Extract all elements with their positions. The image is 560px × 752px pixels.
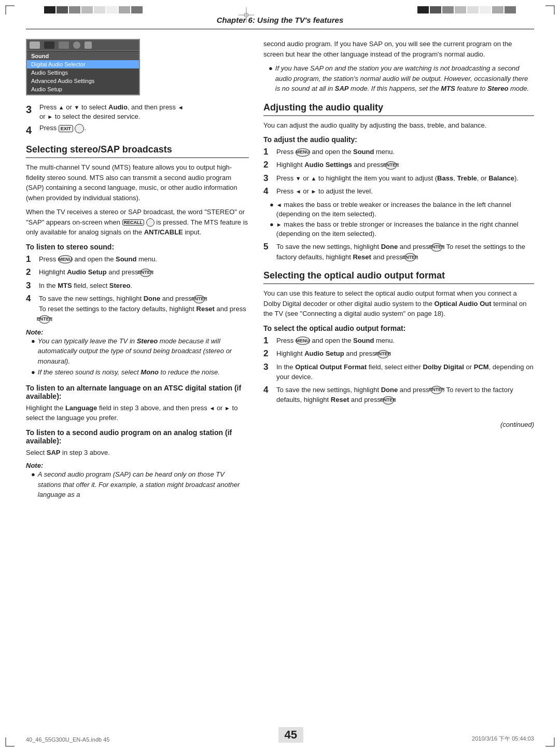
sap-continued-text: second audio program. If you have SAP on… bbox=[263, 39, 534, 59]
optical-step-4-content: To save the new settings, highlight Done… bbox=[276, 385, 534, 405]
tv-menu-item-0: Digital Audio Selector bbox=[27, 60, 139, 68]
adjust-step-4-num: 4 bbox=[263, 186, 274, 197]
adjust-step-3: 3 Press or to highlight the item you wan… bbox=[263, 173, 534, 184]
arrow-up-2-icon bbox=[311, 174, 317, 182]
listen-stereo-steps: 1 Press MENU and open the Sound menu. 2 … bbox=[26, 254, 249, 324]
listen-step-2-num: 2 bbox=[26, 267, 36, 277]
recall-key-icon: RECALL bbox=[122, 219, 145, 226]
adjust-audio-intro: You can adjust the audio quality by adju… bbox=[263, 120, 534, 131]
enter-icon-1: ENTER bbox=[140, 269, 151, 277]
left-column: Sound Digital Audio Selector Audio Setti… bbox=[26, 39, 249, 501]
optical-step-1-content: Press MENU and open the Sound menu. bbox=[276, 336, 534, 346]
adjust-sub-text-1: makes the bass or treble weaker or incre… bbox=[276, 200, 534, 219]
optical-audio-steps: 1 Press MENU and open the Sound menu. 2 … bbox=[263, 336, 534, 405]
arrow-down-icon bbox=[74, 103, 80, 111]
arrow-right-4-icon bbox=[276, 220, 282, 228]
corner-mark-tl bbox=[5, 5, 15, 15]
adjust-step-2: 2 Highlight Audio Settings and press ENT… bbox=[263, 160, 534, 170]
optical-step-1: 1 Press MENU and open the Sound menu. bbox=[263, 336, 534, 346]
bullet-3: ● bbox=[31, 469, 35, 480]
enter-icon-6: ENTER bbox=[404, 253, 416, 261]
tv-icon-2 bbox=[44, 41, 54, 49]
adjust-step-1: 1 Press MENU and open the Sound menu. bbox=[263, 147, 534, 157]
adjust-step-2-content: Highlight Audio Settings and press ENTER… bbox=[276, 160, 534, 170]
adjust-step-1-content: Press MENU and open the Sound menu. bbox=[276, 147, 534, 157]
note-1-text-1: You can typically leave the TV in Stereo… bbox=[38, 336, 249, 367]
optical-step-2: 2 Highlight Audio Setup and press ENTER. bbox=[263, 349, 534, 359]
continued-text: (continued) bbox=[263, 421, 534, 428]
arrow-down-2-icon bbox=[296, 174, 301, 182]
listen-step-3-num: 3 bbox=[26, 281, 36, 291]
enter-icon-3: ENTER bbox=[39, 315, 50, 324]
alternate-lang-heading: To listen to an alternate language on an… bbox=[26, 384, 249, 400]
footer: 40_46_55G300U_EN-A5.indb 45 45 2010/3/16… bbox=[0, 727, 560, 743]
menu-icon-2: MENU bbox=[296, 148, 310, 157]
arrow-right-3-icon bbox=[311, 187, 317, 195]
stereo-sap-title: Selecting stereo/SAP broadcasts bbox=[26, 144, 249, 158]
listen-step-1: 1 Press MENU and open the Sound menu. bbox=[26, 254, 249, 264]
adjust-step-3-num: 3 bbox=[263, 173, 274, 184]
tv-menu-item-1: Audio Settings bbox=[27, 68, 139, 77]
crosshair-center bbox=[239, 7, 254, 24]
enter-icon-5: ENTER bbox=[431, 243, 442, 252]
stereo-sap-intro: The multi-channel TV sound (MTS) feature… bbox=[26, 162, 249, 203]
menu-icon: MENU bbox=[58, 255, 73, 263]
sap-note-2: ● If you have SAP on and the station you… bbox=[263, 63, 534, 94]
adjust-step-5: 5 To save the new settings, highlight Do… bbox=[263, 242, 534, 262]
adjust-step-5-num: 5 bbox=[263, 242, 274, 252]
arrow-up-icon bbox=[59, 103, 64, 111]
tv-icon-4 bbox=[73, 41, 80, 49]
adjust-audio-heading: To adjust the audio quality: bbox=[263, 135, 534, 144]
arrow-left-2-icon bbox=[209, 404, 215, 412]
tv-menu-category: Sound bbox=[27, 52, 139, 60]
step-3: 3 Press or to select Audio, and then pre… bbox=[26, 103, 249, 121]
stereo-sap-note: When the TV receives a stereo or SAP bro… bbox=[26, 207, 249, 238]
tv-icon-5 bbox=[85, 41, 92, 49]
note-2-item-1: ● A second audio program (SAP) can be he… bbox=[26, 469, 249, 500]
enter-icon-9: ENTER bbox=[383, 396, 394, 405]
enter-icon-7: ENTER bbox=[377, 350, 389, 358]
exit-circle-icon bbox=[75, 124, 84, 133]
tv-menu-screenshot: Sound Digital Audio Selector Audio Setti… bbox=[26, 39, 140, 95]
page-number: 45 bbox=[278, 727, 303, 743]
second-audio-text: Select SAP in step 3 above. bbox=[26, 448, 249, 458]
adjust-step-5-content: To save the new settings, highlight Done… bbox=[276, 242, 534, 262]
tv-menu-topbar bbox=[27, 40, 139, 51]
step-4-content: Press EXIT . bbox=[39, 123, 249, 133]
listen-step-3: 3 In the MTS field, select Stereo. bbox=[26, 281, 249, 291]
reg-marks-left bbox=[44, 6, 143, 13]
adjust-step-1-num: 1 bbox=[263, 147, 274, 157]
exit-key-icon: EXIT bbox=[59, 125, 73, 133]
adjust-audio-title: Adjusting the audio quality bbox=[263, 102, 534, 116]
adjust-sub-text-2: makes the bass or treble stronger or inc… bbox=[276, 220, 534, 239]
adjust-step-3-content: Press or to highlight the item you want … bbox=[276, 173, 534, 184]
listen-step-4-content: To save the new settings, highlight Done… bbox=[39, 294, 249, 324]
enter-icon-4: ENTER bbox=[385, 161, 397, 170]
second-audio-heading: To listen to a second audio program on a… bbox=[26, 428, 249, 445]
page: Chapter 6: Using the TV's features Sound… bbox=[0, 0, 560, 752]
arrow-left-icon bbox=[178, 103, 184, 111]
optical-step-3-content: In the Optical Output Format field, sele… bbox=[276, 362, 534, 382]
note-1-title: Note: bbox=[26, 328, 249, 336]
listen-step-2-content: Highlight Audio Setup and press ENTER. bbox=[39, 267, 249, 277]
menu-icon-3: MENU bbox=[296, 337, 310, 345]
tv-menu-items: Sound Digital Audio Selector Audio Setti… bbox=[27, 51, 139, 94]
page-number-block: 45 bbox=[278, 727, 303, 743]
listen-step-3-content: In the MTS field, select Stereo. bbox=[39, 281, 249, 291]
alternate-lang-text: Highlight the Language field in step 3 a… bbox=[26, 403, 249, 423]
optical-audio-title: Selecting the optical audio output forma… bbox=[263, 270, 534, 284]
optical-step-1-num: 1 bbox=[263, 336, 274, 346]
note-2-text-1: A second audio program (SAP) can be hear… bbox=[38, 469, 249, 500]
tv-icon-3 bbox=[59, 41, 69, 49]
optical-step-4: 4 To save the new settings, highlight Do… bbox=[263, 385, 534, 405]
adjust-sub-bullet-1: ● makes the bass or treble weaker or inc… bbox=[270, 200, 534, 219]
adjust-step-2-num: 2 bbox=[263, 160, 274, 170]
optical-audio-heading: To select the optical audio output forma… bbox=[263, 324, 534, 332]
tv-menu-item-3: Audio Setup bbox=[27, 85, 139, 93]
bullet-4: ● bbox=[269, 63, 273, 74]
listen-step-1-num: 1 bbox=[26, 254, 36, 264]
sap-note-2-text: If you have SAP on and the station you a… bbox=[275, 63, 534, 94]
step-4-num: 4 bbox=[26, 123, 37, 137]
tv-menu-item-2: Advanced Audio Settings bbox=[27, 77, 139, 85]
recall-circle-icon bbox=[146, 218, 155, 227]
